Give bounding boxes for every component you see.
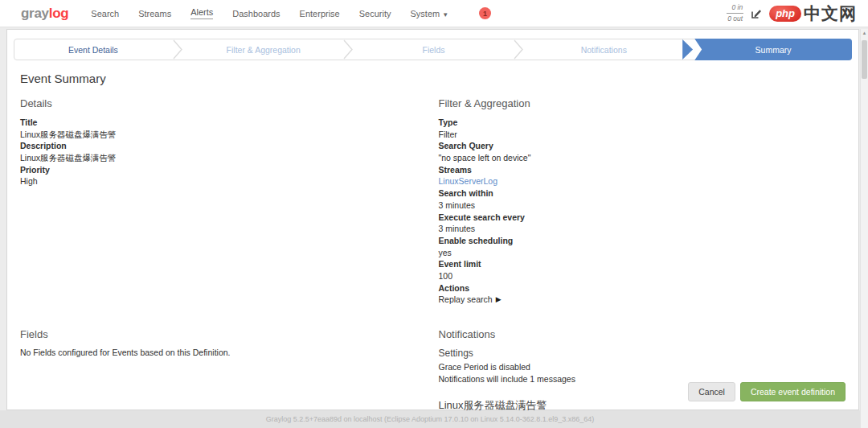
- notification-settings-heading: Settings: [439, 348, 846, 359]
- cancel-button[interactable]: Cancel: [688, 382, 735, 401]
- nav-item-streams[interactable]: Streams: [138, 9, 171, 19]
- detail-label: Description: [20, 140, 428, 152]
- filter-value: "no space left on device": [439, 152, 846, 164]
- watermark-cn-text: 中文网: [804, 2, 857, 25]
- nav-item-alerts[interactable]: Alerts: [190, 7, 213, 19]
- page-title: Event Summary: [20, 72, 845, 85]
- chevron-separator-icon: [342, 39, 355, 60]
- nav-item-security[interactable]: Security: [359, 9, 391, 19]
- filter-label: Search Query: [439, 140, 846, 152]
- navbar-right: 0 in 0 out php 中文网: [727, 2, 857, 25]
- detail-label: Priority: [20, 164, 428, 176]
- detail-label: Title: [20, 117, 428, 129]
- fields-heading: Fields: [20, 328, 428, 340]
- graylog-logo[interactable]: graylog: [21, 6, 68, 22]
- details-heading: Details: [20, 97, 428, 109]
- php-logo-icon: php: [769, 6, 801, 22]
- filter-label: Execute search every: [439, 212, 846, 224]
- play-icon: ▶: [496, 294, 502, 305]
- logo-text-gray: gray: [21, 6, 49, 21]
- nav-item-dashboards[interactable]: Dashboards: [232, 9, 280, 19]
- nav-item-search[interactable]: Search: [91, 9, 119, 19]
- filter-label: Streams: [439, 164, 846, 176]
- grace-period-text: Grace Period is disabled: [439, 361, 846, 373]
- throughput-indicator[interactable]: 0 in 0 out: [727, 3, 743, 23]
- detail-value: Linux服务器磁盘爆满告警: [20, 129, 428, 141]
- stream-link[interactable]: LinuxServerLog: [439, 176, 498, 186]
- top-navbar: graylog Search Streams Alerts Dashboards…: [0, 0, 868, 27]
- filter-aggregation-section: Filter & Aggregation Type Filter Search …: [439, 97, 846, 306]
- create-event-definition-button[interactable]: Create event definition: [740, 382, 845, 401]
- filter-label: Event limit: [439, 258, 846, 270]
- wizard-stepper: Event Details Filter & Aggregation Field…: [14, 39, 852, 60]
- detail-value: Linux服务器磁盘爆满告警: [20, 152, 428, 164]
- chevron-separator-icon: [512, 39, 525, 60]
- summary-grid: Details Title Linux服务器磁盘爆满告警 Description…: [20, 97, 845, 428]
- content-card: Event Details Filter & Aggregation Field…: [6, 29, 859, 410]
- replay-search-link[interactable]: Replay search▶: [439, 294, 502, 306]
- step-filter-aggregation[interactable]: Filter & Aggregation: [185, 39, 342, 60]
- php-cn-watermark: php 中文网: [769, 2, 857, 25]
- filter-value: 3 minutes: [439, 200, 846, 212]
- scrollbar-thumb[interactable]: [862, 40, 867, 79]
- filter-label: Type: [439, 117, 846, 129]
- edit-icon[interactable]: [751, 8, 762, 19]
- version-footer: Graylog 5.2.5+7eaa89d on localhost (Ecli…: [0, 410, 860, 428]
- details-section: Details Title Linux服务器磁盘爆满告警 Description…: [20, 97, 428, 306]
- step-fields[interactable]: Fields: [355, 39, 513, 60]
- nav-item-system-label: System: [410, 9, 440, 19]
- step-notifications[interactable]: Notifications: [525, 39, 682, 60]
- nav-menu: Search Streams Alerts Dashboards Enterpr…: [91, 7, 491, 19]
- throughput-in: 0 in: [727, 3, 743, 14]
- nav-item-enterprise[interactable]: Enterprise: [300, 9, 340, 19]
- filter-value: 100: [439, 270, 846, 282]
- notifications-heading: Notifications: [439, 328, 846, 340]
- active-step-arrow-icon: [682, 39, 694, 60]
- scrollbar[interactable]: ▲: [860, 29, 868, 428]
- notification-count-badge[interactable]: 1: [479, 7, 491, 19]
- filter-value: Filter: [439, 129, 846, 141]
- filter-value: yes: [439, 247, 846, 259]
- nav-item-system[interactable]: System▼: [410, 9, 448, 19]
- filter-label: Enable scheduling: [439, 235, 846, 247]
- filter-label: Search within: [439, 187, 846, 200]
- filter-value: 3 minutes: [439, 223, 846, 235]
- filter-label: Actions: [439, 282, 846, 294]
- scrollbar-up-icon[interactable]: ▲: [861, 31, 868, 35]
- chevron-separator-icon: [172, 39, 185, 60]
- replay-search-label: Replay search: [439, 294, 493, 306]
- logo-text-log: log: [49, 6, 69, 21]
- wizard-actions: Cancel Create event definition: [688, 382, 845, 401]
- step-event-details[interactable]: Event Details: [14, 39, 172, 60]
- caret-down-icon: ▼: [442, 11, 448, 19]
- step-summary[interactable]: Summary: [694, 39, 852, 60]
- throughput-out: 0 out: [727, 14, 743, 23]
- filter-aggregation-heading: Filter & Aggregation: [439, 97, 846, 109]
- detail-value: High: [20, 175, 428, 187]
- fields-empty-text: No Fields configured for Events based on…: [20, 348, 428, 357]
